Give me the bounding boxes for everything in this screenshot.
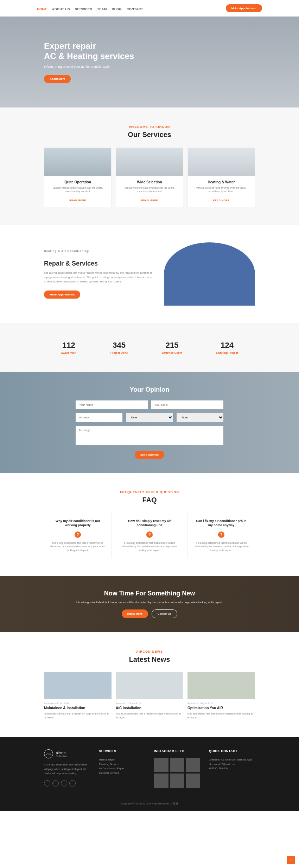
time-select[interactable]: Time	[177, 413, 223, 422]
make-appointment-button[interactable]: Make Appointment	[44, 291, 80, 299]
news-text: long established fact that a reader will…	[44, 712, 112, 719]
service-text: Various versions have evolved over the y…	[192, 186, 250, 194]
cta-title: Now Time For Something New	[44, 590, 255, 597]
stat-item: 124Running Project	[216, 341, 238, 354]
nav-links: HOME ABOUT US SERVICES TEAM BLOG CONTACT	[37, 5, 143, 12]
service-title: Wide Selection	[120, 180, 179, 184]
footer-heading: SERVICES	[99, 749, 145, 753]
footer-about-text: It is a long established fact that a rea…	[44, 763, 90, 776]
news-item-title[interactable]: Maintaince & Installation	[44, 706, 112, 710]
instagram-thumb[interactable]	[154, 774, 168, 788]
news-image	[187, 672, 255, 699]
contact-us-button[interactable]: Contact Us	[152, 609, 178, 618]
service-image	[116, 148, 183, 176]
faq-title: FAQ	[44, 496, 255, 504]
stat-label: Award Won	[61, 351, 76, 354]
email-input[interactable]	[151, 400, 223, 409]
send-opinion-button[interactable]: Send Opinion	[135, 451, 164, 459]
news-item-title[interactable]: A/C Installation	[116, 706, 183, 710]
news-title: Latest News	[44, 655, 255, 664]
instagram-thumb[interactable]	[170, 774, 184, 788]
message-textarea[interactable]	[76, 426, 223, 445]
address-input[interactable]	[76, 413, 122, 422]
footer-address: Greenline, 4/3 north-corn walinton, Usa.	[209, 758, 255, 762]
faq-section: FREQUENTLY ASKED QUESTION FAQ Why my air…	[0, 473, 299, 576]
faq-label: FREQUENTLY ASKED QUESTION	[44, 490, 255, 494]
footer-link[interactable]: Plumbing Services	[99, 762, 145, 767]
stat-item: 112Award Won	[61, 341, 76, 354]
faq-answer: It is a long established fact that a rea…	[122, 541, 177, 553]
cta-text: It is a long established fact that a rea…	[44, 601, 255, 604]
faq-question: Can i fix my air conditioner prb in my h…	[193, 519, 249, 528]
footer-services: SERVICES Heating Repair Plumbing Service…	[99, 749, 145, 788]
footer-link[interactable]: Air Conditioning Repair	[99, 766, 145, 771]
hero-title: Expert repairAC & Heating services	[44, 41, 255, 61]
footer-about: AC airconAc Services It is a long establ…	[44, 749, 90, 788]
question-icon: ?	[75, 531, 81, 538]
read-more-link[interactable]: READ MORE	[69, 199, 86, 202]
make-appointment-button[interactable]: Make Appointment	[226, 4, 262, 12]
question-icon: ?	[218, 531, 224, 538]
repair-section: Heating & Air Conditioning Repair & Serv…	[0, 225, 299, 323]
instagram-thumb[interactable]	[186, 758, 200, 772]
nav-about[interactable]: ABOUT US	[52, 7, 70, 11]
news-image	[116, 672, 183, 699]
stat-number: 345	[110, 341, 128, 350]
repair-label: Heating & Air Conditioning	[44, 249, 153, 254]
about-more-button[interactable]: About More	[44, 75, 71, 83]
stat-item: 345Project Done	[110, 341, 128, 354]
faq-card: Why my air conditioner is not working pr…	[44, 513, 112, 559]
services-label: WELCOME TO AIRCON	[44, 125, 255, 129]
stat-label: Project Done	[110, 351, 128, 354]
stat-number: 112	[61, 341, 76, 350]
cta-section: Now Time For Something New It is a long …	[0, 576, 299, 632]
twitter-icon[interactable]: t	[61, 780, 67, 787]
news-card: By Admin / 06 jun 2018 Maintaince & Inst…	[44, 672, 112, 719]
news-text: long established fact that a reader will…	[187, 712, 255, 719]
opinion-title: Your Opinion	[0, 386, 299, 393]
nav-blog[interactable]: BLOG	[112, 7, 122, 11]
footer-instagram: INSTAGRAM FEED	[154, 749, 200, 788]
news-item-title[interactable]: Optimization You AIR	[187, 706, 255, 710]
news-meta: By Admin / 23 jun 2018	[116, 702, 183, 705]
faq-card: How do i simply reset my air conditionin…	[116, 513, 183, 559]
read-more-link[interactable]: READ MORE	[213, 199, 229, 202]
date-select[interactable]: Date	[126, 413, 173, 422]
hero-subtitle: Inform, bring or send your ac, for a qui…	[44, 65, 255, 68]
faq-answer: It is a long established fact that a rea…	[50, 541, 106, 553]
service-card: Quite Operation Various versions have ev…	[44, 148, 112, 207]
repair-text: It is a long established fact that a rea…	[44, 271, 153, 284]
stat-label: Satisfied Client	[162, 351, 182, 354]
footer-link[interactable]: Electrical Services	[99, 771, 145, 776]
facebook-icon[interactable]: f	[44, 780, 50, 787]
service-image	[44, 148, 111, 176]
news-section: AIRCON NEWS Latest News By Admin / 06 ju…	[0, 632, 299, 737]
opinion-form: Date Time Send Opinion	[76, 400, 223, 459]
service-title: Heating & Water	[192, 180, 250, 184]
footer-link[interactable]: Heating Repair	[99, 758, 145, 762]
stat-number: 124	[216, 341, 238, 350]
nav-team[interactable]: TEAM	[97, 7, 107, 11]
google-icon[interactable]: g	[52, 780, 59, 787]
hero: Expert repairAC & Heating services Infor…	[0, 17, 299, 107]
instagram-thumb[interactable]	[186, 774, 200, 788]
instagram-thumb[interactable]	[170, 758, 184, 772]
nav-services[interactable]: SERVICES	[75, 7, 92, 11]
faq-answer: It is a long established fact that a rea…	[193, 541, 249, 553]
services-section: WELCOME TO AIRCON Our Services Quite Ope…	[0, 107, 299, 225]
know-more-button[interactable]: Know More	[122, 609, 148, 618]
service-card: Wide Selection Various versions have evo…	[116, 148, 183, 207]
nav-contact[interactable]: CONTACT	[127, 7, 143, 11]
nav-home[interactable]: HOME	[37, 7, 47, 11]
name-input[interactable]	[76, 400, 148, 409]
instagram-thumb[interactable]	[154, 758, 168, 772]
news-image	[44, 672, 112, 699]
stats-section: 112Award Won 345Project Done 215Satisfie…	[0, 323, 299, 372]
read-more-link[interactable]: READ MORE	[141, 199, 158, 202]
pinterest-icon[interactable]: p	[69, 780, 76, 787]
news-card: By Admin / 23 jun 2018 A/C Installation …	[116, 672, 183, 719]
footer-contact: QUICK CONTACT Greenline, 4/3 north-corn …	[209, 749, 255, 788]
copyright: Copyright © Aircon 2018 All Right Reserv…	[37, 797, 262, 805]
service-image	[188, 148, 255, 176]
news-meta: By Admin / 06 jun 2018	[44, 702, 112, 705]
